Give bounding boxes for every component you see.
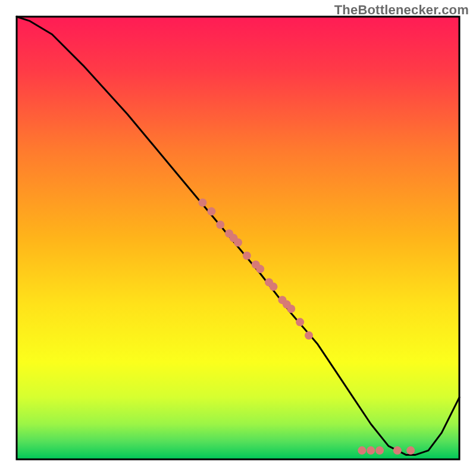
data-point bbox=[358, 446, 366, 455]
chart-svg bbox=[0, 0, 476, 476]
data-point bbox=[198, 198, 206, 206]
chart-container: TheBottlenecker.com bbox=[0, 0, 476, 476]
data-point bbox=[270, 283, 278, 291]
data-point bbox=[296, 318, 304, 326]
data-point bbox=[393, 446, 402, 455]
plot-area bbox=[17, 17, 459, 459]
plot-background bbox=[17, 17, 459, 459]
data-point bbox=[406, 446, 415, 455]
data-point bbox=[287, 305, 295, 313]
data-point bbox=[234, 238, 242, 246]
data-point bbox=[243, 252, 251, 260]
data-point bbox=[305, 331, 313, 340]
data-point bbox=[216, 221, 224, 229]
data-point bbox=[375, 446, 384, 455]
data-point bbox=[367, 446, 375, 455]
data-point bbox=[207, 207, 215, 215]
data-point bbox=[256, 265, 264, 273]
